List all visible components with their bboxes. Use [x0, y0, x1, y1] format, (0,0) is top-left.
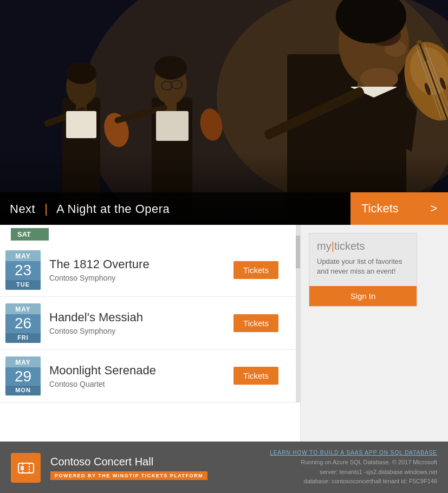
- hero-section: Next | A Night at the Opera Tickets >: [0, 0, 448, 225]
- event-dow: FRI: [5, 333, 41, 343]
- footer-brand: Contoso Concert Hall: [50, 456, 207, 468]
- event-info: The 1812 Overture Contoso Symphony: [49, 257, 233, 282]
- event-item: MAY 26 FRI Handel's Messiah Contoso Symp…: [0, 297, 300, 350]
- footer-info-line3: database: contosoconcerthall tenant id: …: [270, 477, 437, 486]
- hero-tickets-label: Tickets: [361, 202, 399, 216]
- footer-left: Contoso Concert Hall POWERED BY THE WING…: [50, 456, 207, 480]
- svg-rect-8: [66, 111, 96, 138]
- footer-logo: [11, 453, 41, 483]
- ticket-icon: [17, 459, 35, 477]
- footer-tenant: tenant id: F5C9F146: [381, 478, 437, 484]
- hero-next-label: Next | A Night at the Opera: [0, 201, 170, 216]
- event-day: 23: [5, 261, 41, 280]
- tickets-button-1[interactable]: Tickets: [233, 261, 278, 279]
- main-content: SAT MAY 23 TUE The 1812 Overture Contoso…: [0, 225, 448, 442]
- svg-point-18: [154, 56, 187, 80]
- event-info: Moonlight Serenade Contoso Quartet: [49, 364, 233, 388]
- footer: Contoso Concert Hall POWERED BY THE WING…: [0, 442, 448, 493]
- svg-point-22: [360, 68, 398, 89]
- hero-event-name: A Night at the Opera: [56, 202, 170, 216]
- event-venue: Contoso Quartet: [49, 380, 233, 388]
- svg-rect-44: [21, 466, 24, 470]
- event-dow: MON: [5, 386, 41, 395]
- scroll-indicator: [296, 225, 300, 403]
- hero-illustration: [0, 0, 448, 225]
- tickets-button-3[interactable]: Tickets: [233, 367, 278, 385]
- footer-info: Running on Azure SQL Database. © 2017 Mi…: [270, 458, 437, 486]
- tickets-button-2[interactable]: Tickets: [233, 314, 278, 332]
- event-item: MAY 23 TUE The 1812 Overture Contoso Sym…: [0, 244, 300, 297]
- next-label-text: Next: [10, 202, 35, 216]
- my-tickets-title: my|tickets: [317, 240, 409, 252]
- event-title: Handel's Messiah: [49, 310, 233, 325]
- event-month: MAY: [5, 250, 41, 261]
- hero-bottom-bar: Next | A Night at the Opera Tickets >: [0, 192, 448, 225]
- event-date-may23: MAY 23 TUE: [5, 250, 41, 290]
- event-dow: TUE: [5, 280, 41, 290]
- event-day: 29: [5, 367, 41, 386]
- hero-tickets-chevron-icon: >: [430, 202, 437, 216]
- footer-info-line1: Running on Azure SQL Database. © 2017 Mi…: [270, 458, 437, 468]
- footer-powered-by: POWERED BY THE WINGTIP TICKETS PLATFORM: [50, 471, 207, 480]
- footer-saas-link[interactable]: LEARN HOW TO BUILD A SAAS APP ON SQL DAT…: [270, 450, 437, 456]
- sidebar: my|tickets Update your list of favorites…: [301, 225, 425, 442]
- hero-tickets-button[interactable]: Tickets >: [350, 192, 448, 225]
- events-scroll-area: SAT MAY 23 TUE The 1812 Overture Contoso…: [0, 225, 300, 403]
- day-header-sat: SAT: [11, 228, 49, 241]
- event-month: MAY: [5, 303, 41, 314]
- event-venue: Contoso Symphony: [49, 327, 233, 335]
- footer-right: LEARN HOW TO BUILD A SAAS APP ON SQL DAT…: [270, 450, 437, 486]
- sign-in-button[interactable]: Sign In: [309, 286, 417, 306]
- events-list: SAT MAY 23 TUE The 1812 Overture Contoso…: [0, 225, 301, 442]
- event-title: The 1812 Overture: [49, 257, 233, 271]
- event-item: MAY 29 MON Moonlight Serenade Contoso Qu…: [0, 350, 300, 403]
- scroll-thumb: [296, 236, 300, 268]
- event-month: MAY: [5, 356, 41, 367]
- hero-divider: |: [44, 201, 48, 216]
- event-info: Handel's Messiah Contoso Symphony: [49, 310, 233, 335]
- footer-database: database: contosoconcerthall: [304, 478, 381, 484]
- event-date-may26: MAY 26 FRI: [5, 303, 41, 343]
- event-venue: Contoso Symphony: [49, 274, 233, 282]
- event-title: Moonlight Serenade: [49, 364, 233, 378]
- my-tickets-widget: my|tickets Update your list of favorites…: [309, 233, 417, 307]
- my-tickets-header: my|tickets Update your list of favorites…: [309, 233, 417, 286]
- event-date-may29: MAY 29 MON: [5, 356, 41, 396]
- svg-rect-15: [156, 111, 189, 141]
- footer-info-line2: server: tenants1 -sjs2.database.windows.…: [270, 468, 437, 477]
- my-tickets-description: Update your list of favorites and never …: [317, 257, 409, 276]
- event-day: 26: [5, 314, 41, 333]
- partial-day-header: SAT: [0, 226, 300, 244]
- svg-point-9: [66, 62, 96, 84]
